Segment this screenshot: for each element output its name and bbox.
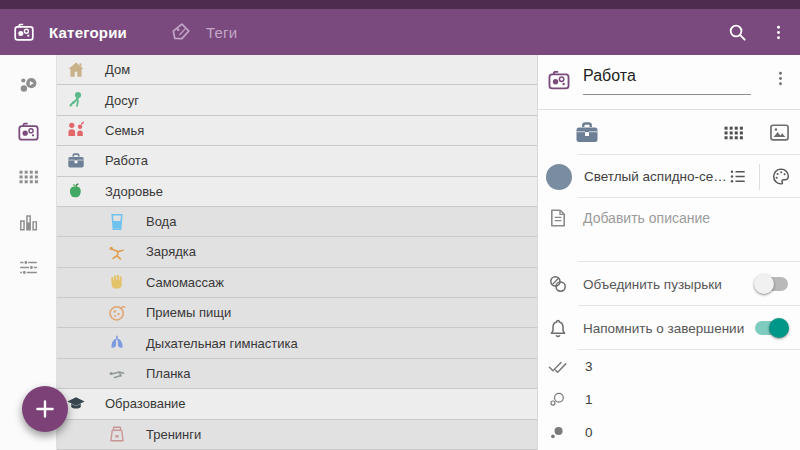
list-icon[interactable] [727,165,749,188]
home-icon [65,59,87,81]
category-label: Здоровье [105,184,163,199]
pizza-icon [106,302,128,324]
grid-icon [16,164,41,189]
categories-icon [16,119,41,144]
stat-value: 3 [585,359,593,374]
hand-icon [106,271,128,293]
main-content: ДомДосугСемьяРаботаЗдоровьеВодаЗарядкаСа… [0,55,800,450]
category-row[interactable]: Работа [57,146,537,176]
category-name-field[interactable]: Работа [583,65,751,95]
bell-icon [546,316,570,340]
category-label: Семья [105,123,144,138]
category-label: Досуг [105,93,139,108]
toggle-label: Напомнить о завершении [583,321,744,336]
description-field[interactable]: Добавить описание [546,206,792,230]
vertical-divider [759,164,760,190]
chart-icon [16,210,41,235]
category-row[interactable]: Вода [57,207,537,237]
category-row[interactable]: Досуг [57,85,537,115]
description-placeholder: Добавить описание [583,210,710,226]
stat-value: 0 [585,425,593,440]
app-window: КатегорииТеги ДомДосугСемьяРаботаЗдоровь… [0,0,800,450]
toggle-label: Объединить пузырьки [583,277,722,292]
category-label: Самомассаж [146,275,224,290]
grad-cap-icon [65,393,87,415]
category-row[interactable]: Планка [57,359,537,389]
family-icon [65,119,87,141]
category-row[interactable]: Здоровье [57,177,537,207]
stat-row: 3 [538,350,800,383]
remind-switch[interactable] [755,321,788,335]
category-row[interactable]: Самомассаж [57,268,537,298]
panel-title-row: Работа [538,55,800,110]
rail-item-categories-view[interactable] [0,109,56,155]
plank-icon [106,362,128,384]
more-vert-icon[interactable] [769,23,788,42]
switch-knob [769,318,789,338]
rail-item-grid-view[interactable] [0,154,56,200]
add-category-fab[interactable] [22,386,68,432]
categories-icon [546,67,572,93]
app-bar: КатегорииТеги [0,9,800,55]
plus-icon [32,396,58,422]
tab-strip: КатегорииТеги [12,20,237,44]
panel-toggle-remind: Напомнить о завершении [538,306,800,350]
category-list: ДомДосугСемьяРаботаЗдоровьеВодаЗарядкаСа… [57,55,537,450]
more-vert-icon[interactable] [771,69,790,88]
stat-value: 1 [585,392,593,407]
category-label: Дом [105,62,130,77]
briefcase-icon[interactable] [572,118,602,148]
category-label: Работа [105,153,148,168]
tab-categories[interactable]: Категории [12,20,127,44]
doc-icon [546,206,570,230]
leisure-icon [65,89,87,111]
category-row[interactable]: Тренинги [57,420,537,450]
apple-icon [65,180,87,202]
exercise-icon [106,241,128,263]
water-icon [106,211,128,233]
category-row[interactable]: Зарядка [57,237,537,267]
color-name-label: Светлый аспидно-се… [584,169,727,184]
bubbles-play-icon [16,73,41,98]
merge-bubbles-switch[interactable] [755,277,788,291]
status-bar [0,0,800,9]
category-label: Вода [146,214,176,229]
panel-description-row: Добавить описание [538,198,800,262]
category-row[interactable]: Дыхательная гимнастика [57,328,537,358]
tag-icon [169,20,193,44]
category-label: Планка [146,366,191,381]
palette-icon[interactable] [770,165,792,188]
color-swatch[interactable] [546,164,572,190]
tune-icon [16,255,41,280]
category-row[interactable]: Дом [57,55,537,85]
panel-toggle-merge-bubbles: Объединить пузырьки [538,262,800,306]
grid-icon[interactable] [721,120,746,145]
panel-stats: 310 [538,350,800,449]
bubbles-filled-icon [547,422,568,443]
rail-item-stats-view[interactable] [0,200,56,246]
tab-tags[interactable]: Теги [169,20,237,44]
category-label: Тренинги [146,427,201,442]
podium-icon [106,423,128,445]
tab-label: Теги [206,24,237,41]
category-row[interactable]: Образование [57,389,537,419]
detail-panel: Работа Светлый аспидно-се… Добавить опис… [537,55,800,450]
search-icon[interactable] [726,21,749,44]
category-label: Образование [105,396,186,411]
category-label: Зарядка [146,244,196,259]
image-icon[interactable] [767,120,792,145]
category-row[interactable]: Семья [57,116,537,146]
bubbles-outline-icon [547,389,568,410]
stat-row: 1 [538,383,800,416]
panel-color-row: Светлый аспидно-се… [538,155,800,198]
briefcase-icon [65,150,87,172]
stat-row: 0 [538,416,800,449]
category-row[interactable]: Приемы пищи [57,298,537,328]
switch-knob [754,274,774,294]
appbar-actions [726,21,788,44]
rail-item-bubbles-view[interactable] [0,63,56,109]
categories-icon [12,20,36,44]
category-label: Приемы пищи [146,305,231,320]
double-check-icon [547,356,568,377]
rail-item-settings-view[interactable] [0,245,56,291]
